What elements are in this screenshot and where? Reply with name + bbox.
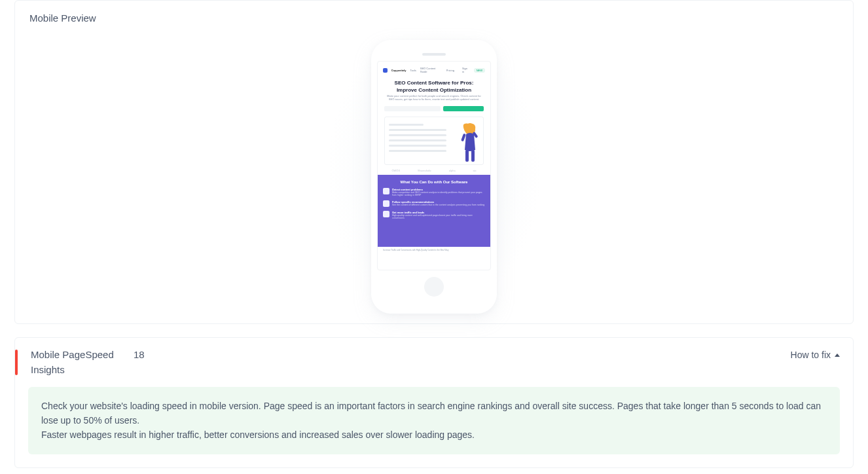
screen-headline2: Improve Content Optimization	[384, 87, 484, 93]
pagespeed-card: Mobile PageSpeed 18 Insights How to fix …	[14, 337, 854, 468]
person-illustration-icon	[460, 122, 480, 163]
how-to-fix-label: How to fix	[791, 350, 831, 360]
pagespeed-header: Mobile PageSpeed 18 Insights How to fix	[15, 338, 853, 387]
pagespeed-title-line1: Mobile PageSpeed	[31, 349, 114, 360]
screen-navbar: Copywritely Tools SEO Content Guide Pric…	[378, 62, 490, 76]
screen-subhead: Make your content perfect for both peopl…	[386, 94, 482, 101]
feature-item: Follow specific recommendationsSee the c…	[383, 200, 485, 207]
screen-footer-note: Increase Traffic and Conversions with Hi…	[378, 247, 490, 253]
phone-frame: Copywritely Tools SEO Content Guide Pric…	[371, 40, 497, 314]
mobile-preview-title: Mobile Preview	[29, 12, 839, 24]
phone-screen: Copywritely Tools SEO Content Guide Pric…	[377, 61, 491, 270]
pagespeed-title-line2: Insights	[31, 364, 65, 375]
signin-link: Sign in	[462, 67, 470, 73]
feature-item: Detect content problemsMake competitive …	[383, 188, 485, 196]
feature-item-desc: See the content of different content tha…	[392, 204, 485, 206]
how-to-fix-content: Check your website's loading speed in mo…	[28, 387, 840, 454]
screen-logo-row: OWOX Shareaholic alpha sio	[383, 169, 485, 172]
screen-cta-button	[443, 106, 484, 111]
partner-logo: alpha	[449, 169, 456, 172]
svg-rect-2	[471, 150, 475, 162]
svg-rect-1	[465, 150, 469, 162]
screen-headline1: SEO Content Software for Pros:	[384, 80, 484, 86]
feature-item: Get more traffic and leadsHigh-quality c…	[383, 211, 485, 219]
partner-logo: OWOX	[391, 169, 400, 172]
feature-item-desc: High-quality content and well-optimized …	[392, 214, 485, 219]
mobile-preview-card: Mobile Preview Copywritely Tools SEO Con…	[14, 0, 854, 324]
phone-home-button	[424, 277, 444, 297]
pagespeed-title: Mobile PageSpeed 18 Insights	[31, 347, 145, 378]
severity-indicator	[15, 350, 18, 375]
partner-logo: sio	[473, 169, 476, 172]
feature-item-icon	[383, 211, 389, 217]
screen-list-lines	[389, 121, 446, 160]
screen-feature-panel: What You Can Do with Our Software Detect…	[378, 175, 490, 247]
how-to-fix-toggle[interactable]: How to fix	[791, 347, 840, 360]
svg-rect-4	[461, 134, 466, 142]
nav-item: Tools	[410, 69, 416, 72]
nav-item: SEO Content Guide	[420, 67, 443, 73]
feature-item-desc: Make competitive and SEO content analysi…	[392, 191, 485, 196]
brand-name: Copywritely	[391, 69, 407, 72]
partner-logo: Shareaholic	[418, 169, 431, 172]
pagespeed-score: 18	[134, 349, 145, 360]
nav-item: Pricing	[446, 69, 454, 72]
tip-paragraph: Faster webpages result in higher traffic…	[41, 428, 827, 442]
screen-cta-row	[384, 106, 484, 111]
new-badge: NEW	[474, 68, 485, 73]
screen-illustration	[384, 117, 484, 165]
brand-logo-icon	[383, 68, 388, 73]
screen-url-input	[384, 106, 441, 111]
feature-item-icon	[383, 200, 389, 207]
chevron-up-icon	[835, 354, 840, 357]
feature-item-icon	[383, 188, 389, 194]
phone-speaker	[422, 53, 446, 56]
tip-paragraph: Check your website's loading speed in mo…	[41, 399, 827, 428]
feature-panel-heading: What You Can Do with Our Software	[383, 180, 485, 184]
